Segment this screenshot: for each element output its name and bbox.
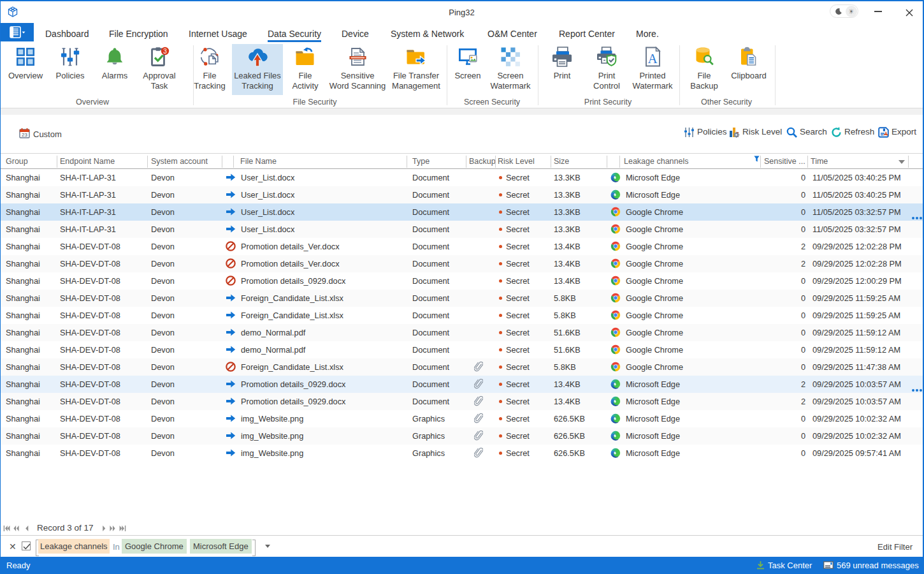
svg-text:3: 3: [163, 48, 167, 55]
svg-text:23: 23: [22, 132, 27, 138]
svg-text:A: A: [648, 51, 658, 66]
